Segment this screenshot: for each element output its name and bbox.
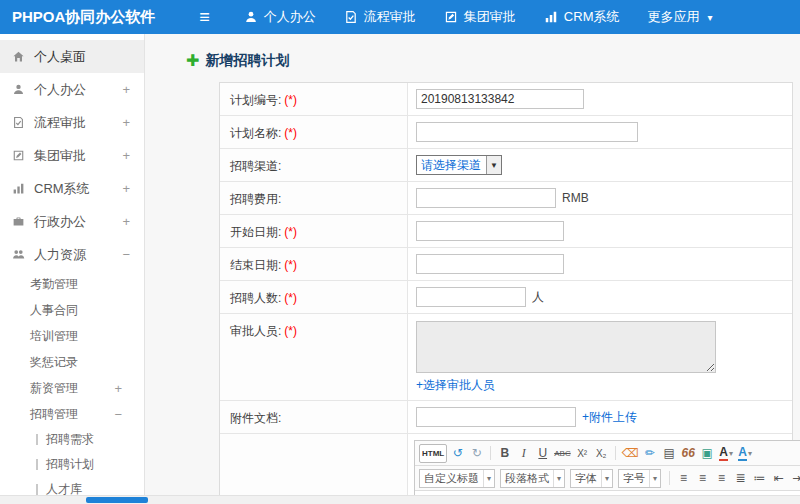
align-left-button[interactable]: ≡	[675, 469, 692, 488]
nav-label: 流程审批	[364, 8, 416, 26]
sidebar-item-human-resources[interactable]: 人力资源 −	[0, 238, 144, 271]
sidebar-item-personal-office[interactable]: 个人办公 +	[0, 73, 144, 106]
caret-down-icon: ▾	[748, 449, 752, 458]
sidebar-item-crm-system[interactable]: CRM系统 +	[0, 172, 144, 205]
expand-toggle[interactable]: +	[122, 115, 130, 130]
caret-down-icon: ▾	[729, 449, 733, 458]
required-mark: (*)	[284, 324, 297, 338]
attachment-input[interactable]	[416, 407, 576, 427]
briefcase-icon	[12, 215, 25, 228]
sidebar-item-group-approval[interactable]: 集团审批 +	[0, 139, 144, 172]
nav-workflow-approval[interactable]: 流程审批	[330, 0, 430, 34]
sidebar-item-personal-desktop[interactable]: 个人桌面	[0, 40, 144, 73]
strikethrough-button[interactable]: ABC	[553, 444, 571, 463]
horizontal-scrollbar-thumb[interactable]	[86, 497, 148, 503]
background-color-button[interactable]: A▾	[737, 444, 754, 463]
field-label: 招聘人数:(*)	[220, 281, 408, 313]
sidebar-item-training-mgmt[interactable]: 培训管理	[0, 323, 144, 349]
expand-toggle[interactable]: +	[122, 214, 130, 229]
align-center-button[interactable]: ≡	[694, 469, 711, 488]
flow-approve-icon	[12, 116, 25, 129]
required-mark: (*)	[284, 258, 297, 272]
collapse-toggle[interactable]: −	[114, 407, 122, 422]
remove-format-button[interactable]: ⌫	[621, 444, 640, 463]
expand-toggle[interactable]: +	[122, 82, 130, 97]
field-label: 招聘渠道:	[220, 149, 408, 181]
html-source-button[interactable]: HTML	[419, 444, 447, 463]
heading-style-dropdown[interactable]: 自定义标题▾	[419, 469, 495, 488]
required-mark: (*)	[284, 291, 297, 305]
nav-label: CRM系统	[564, 8, 620, 26]
channel-select[interactable]: 请选择渠道 ▼	[416, 155, 502, 175]
superscript-button[interactable]: X²	[574, 444, 591, 463]
headcount-input[interactable]	[416, 287, 526, 307]
nav-personal-office[interactable]: 个人办公	[230, 0, 330, 34]
end-date-input[interactable]	[416, 254, 564, 274]
bold-button[interactable]: B	[496, 444, 513, 463]
paragraph-format-dropdown[interactable]: 段落格式▾	[500, 469, 565, 488]
expand-toggle[interactable]: +	[114, 381, 122, 396]
horizontal-scrollbar[interactable]	[0, 495, 800, 504]
sidebar-item-recruit-mgmt[interactable]: 招聘管理 −	[0, 401, 144, 427]
top-navbar: PHPOA协同办公软件 ≡ 个人办公 流程审批 集团审批 CRM系统 更多应用 …	[0, 0, 800, 34]
fee-input[interactable]	[416, 188, 556, 208]
form-row-start-date: 开始日期:(*)	[220, 215, 792, 248]
caret-down-icon: ▾	[649, 470, 660, 487]
plan-number-input[interactable]	[416, 89, 584, 109]
sidebar-item-recruit-demand[interactable]: 招聘需求	[0, 427, 144, 452]
nav-label: 更多应用	[647, 8, 699, 26]
crm-chart-icon	[544, 10, 558, 24]
headcount-unit-label: 人	[532, 289, 544, 306]
collapse-toggle[interactable]: −	[122, 247, 130, 262]
form-row-editor: HTML ↺ ↻ B I U ABC X² X₂ ⌫ ✏	[220, 434, 792, 504]
sidebar-item-attendance-mgmt[interactable]: 考勤管理	[0, 271, 144, 297]
underline-button[interactable]: U	[534, 444, 551, 463]
select-caret-icon: ▼	[486, 156, 501, 174]
sidebar-item-admin-office[interactable]: 行政办公 +	[0, 205, 144, 238]
font-size-dropdown[interactable]: 字号▾	[618, 469, 661, 488]
form-row-approvers: 审批人员:(*) +选择审批人员	[220, 314, 792, 401]
expand-toggle[interactable]: +	[122, 181, 130, 196]
subscript-button[interactable]: X₂	[593, 444, 610, 463]
undo-button[interactable]: ↺	[449, 444, 466, 463]
field-label: 计划名称:(*)	[220, 116, 408, 148]
group-approve-icon	[12, 149, 25, 162]
app-window: PHPOA协同办公软件 ≡ 个人办公 流程审批 集团审批 CRM系统 更多应用 …	[0, 0, 800, 504]
nav-more-apps[interactable]: 更多应用 ▾	[633, 0, 726, 34]
hamburger-menu-icon[interactable]: ≡	[199, 8, 210, 26]
redo-button[interactable]: ↻	[468, 444, 485, 463]
page-title: 新增招聘计划	[205, 52, 289, 70]
italic-button[interactable]: I	[515, 444, 532, 463]
sidebar-item-recruit-plan[interactable]: 招聘计划	[0, 452, 144, 477]
align-justify-button[interactable]: ≣	[732, 469, 749, 488]
sidebar-item-label: 个人办公	[34, 81, 86, 99]
format-painter-button[interactable]: ✏	[642, 444, 659, 463]
sidebar-item-reward-punishment[interactable]: 奖惩记录	[0, 349, 144, 375]
insert-image-button[interactable]: ▣	[699, 444, 716, 463]
plan-name-input[interactable]	[416, 122, 638, 142]
indent-button[interactable]: ⇥	[789, 469, 800, 488]
sidebar-item-label: 流程审批	[34, 114, 86, 132]
font-color-button[interactable]: A▾	[718, 444, 735, 463]
approvers-textarea[interactable]	[416, 321, 716, 373]
user-icon	[244, 10, 258, 24]
font-family-dropdown[interactable]: 字体▾	[570, 469, 613, 488]
nav-crm-system[interactable]: CRM系统	[530, 0, 634, 34]
blockquote-button[interactable]: 66	[680, 444, 697, 463]
choose-approvers-link[interactable]: +选择审批人员	[416, 377, 495, 394]
outdent-button[interactable]: ⇤	[770, 469, 787, 488]
sidebar-item-hr-contract[interactable]: 人事合同	[0, 297, 144, 323]
sidebar-item-workflow-approval[interactable]: 流程审批 +	[0, 106, 144, 139]
start-date-input[interactable]	[416, 221, 564, 241]
align-right-button[interactable]: ≡	[713, 469, 730, 488]
field-label-empty	[220, 434, 408, 504]
caret-down-icon: ▾	[707, 12, 712, 23]
expand-toggle[interactable]: +	[122, 148, 130, 163]
field-label: 开始日期:(*)	[220, 215, 408, 247]
sidebar-item-salary-mgmt[interactable]: 薪资管理 +	[0, 375, 144, 401]
attachment-upload-link[interactable]: +附件上传	[582, 409, 637, 426]
nav-group-approval[interactable]: 集团审批	[430, 0, 530, 34]
form-row-fee: 招聘费用: RMB	[220, 182, 792, 215]
line-height-button[interactable]: ≔	[751, 469, 768, 488]
paste-button[interactable]: ▤	[661, 444, 678, 463]
